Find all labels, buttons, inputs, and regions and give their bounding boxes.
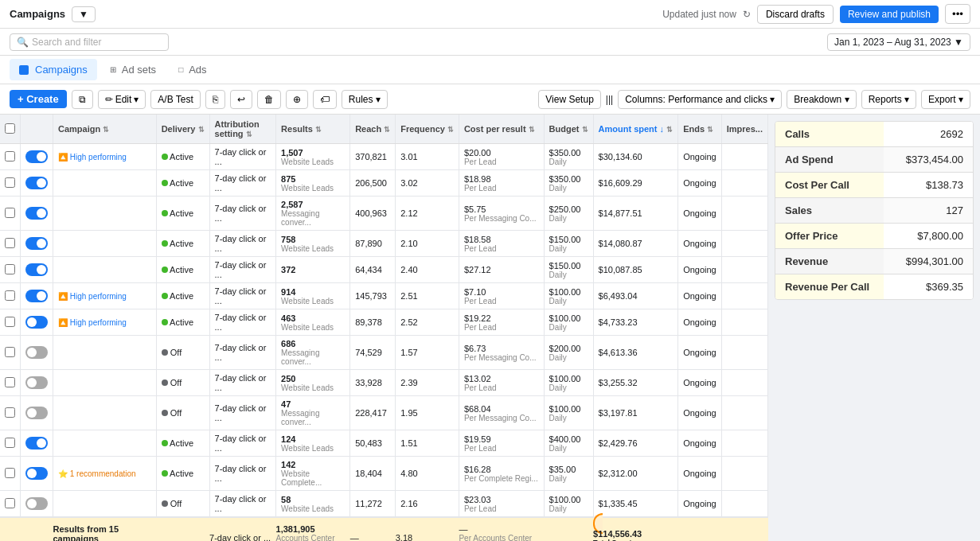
tab-campaigns[interactable]: Campaigns bbox=[10, 59, 97, 80]
columns-button[interactable]: Columns: Performance and clicks ▾ bbox=[618, 90, 782, 109]
rules-button[interactable]: Rules ▾ bbox=[342, 90, 388, 109]
discard-button[interactable]: Discard drafts bbox=[757, 5, 834, 24]
col-delivery-header[interactable]: Delivery ⇅ bbox=[156, 115, 209, 144]
delete-button[interactable]: 🗑 bbox=[257, 90, 281, 109]
col-campaign-header[interactable]: Campaign ⇅ bbox=[53, 115, 157, 144]
create-button[interactable]: + Create bbox=[10, 90, 67, 108]
status-dot bbox=[162, 319, 168, 325]
footer-spent: $114,556.43 Total Spent bbox=[593, 517, 678, 541]
row-checkbox[interactable] bbox=[0, 457, 21, 491]
row-checkbox[interactable] bbox=[0, 170, 21, 197]
stats-panel: Calls 2692 Ad Spend $373,454.00 Cost Per… bbox=[775, 121, 974, 300]
row-toggle[interactable] bbox=[21, 144, 53, 170]
refresh-icon[interactable]: ↻ bbox=[743, 9, 751, 20]
stats-label: Calls bbox=[775, 122, 884, 147]
row-toggle[interactable] bbox=[21, 457, 53, 491]
restore-button[interactable]: ⊕ bbox=[286, 90, 308, 109]
table-row: Active 7-day click or ... 124 Website Le… bbox=[0, 430, 768, 457]
col-results-header[interactable]: Results ⇅ bbox=[276, 115, 350, 144]
main-content: Campaign ⇅ Delivery ⇅ Attributionsetting… bbox=[0, 115, 980, 541]
ads-tab-icon: □ bbox=[178, 65, 183, 74]
row-toggle[interactable] bbox=[21, 430, 53, 457]
row-results: 914 Website Leads bbox=[276, 283, 350, 309]
copy-button[interactable]: ⎘ bbox=[205, 90, 225, 109]
ab-test-button[interactable]: A/B Test bbox=[150, 90, 200, 109]
row-reach: 74,529 bbox=[350, 336, 396, 370]
table-row: Off 7-day click or ... 686 Messaging con… bbox=[0, 336, 768, 370]
col-checkbox-header[interactable] bbox=[0, 115, 21, 144]
row-checkbox[interactable] bbox=[0, 283, 21, 309]
duplicate-button[interactable]: ⧉ bbox=[72, 90, 93, 109]
row-toggle[interactable] bbox=[21, 491, 53, 518]
row-budget: $100.00 Daily bbox=[544, 283, 593, 309]
edit-button[interactable]: ✏ Edit ▾ bbox=[98, 90, 146, 109]
view-setup-button[interactable]: View Setup bbox=[538, 90, 601, 109]
stats-table: Calls 2692 Ad Spend $373,454.00 Cost Per… bbox=[775, 122, 973, 299]
date-range-picker[interactable]: Jan 1, 2023 – Aug 31, 2023 ▼ bbox=[827, 33, 970, 51]
footer-campaigns-label: Results from 15 campaigns bbox=[53, 524, 157, 542]
row-checkbox[interactable] bbox=[0, 257, 21, 283]
row-checkbox[interactable] bbox=[0, 370, 21, 396]
row-checkbox[interactable] bbox=[0, 197, 21, 231]
col-cpr-header[interactable]: Cost per result ⇅ bbox=[459, 115, 544, 144]
row-frequency: 2.16 bbox=[396, 491, 459, 518]
row-budget: $200.00 Daily bbox=[544, 336, 593, 370]
row-impressions bbox=[721, 231, 767, 257]
reports-button[interactable]: Reports ▾ bbox=[861, 90, 916, 109]
recommendation-badge: ⭐ 1 recommendation bbox=[58, 469, 151, 478]
row-toggle[interactable] bbox=[21, 336, 53, 370]
tab-adsets[interactable]: ⊞ Ad sets bbox=[100, 59, 166, 80]
row-checkbox[interactable] bbox=[0, 144, 21, 170]
status-dot bbox=[162, 470, 168, 477]
row-checkbox[interactable] bbox=[0, 336, 21, 370]
row-ends: Ongoing bbox=[678, 336, 722, 370]
high-performing-badge: 🔼 High performing bbox=[58, 292, 151, 301]
row-attribution: 7-day click or ... bbox=[209, 144, 276, 170]
campaigns-dropdown[interactable]: ▼ bbox=[72, 6, 96, 22]
row-toggle[interactable] bbox=[21, 257, 53, 283]
row-toggle[interactable] bbox=[21, 231, 53, 257]
row-toggle[interactable] bbox=[21, 396, 53, 430]
row-toggle[interactable] bbox=[21, 309, 53, 336]
col-ends-header[interactable]: Ends ⇅ bbox=[678, 115, 722, 144]
col-frequency-header[interactable]: Frequency ⇅ bbox=[396, 115, 459, 144]
col-attribution-header[interactable]: Attributionsetting ⇅ bbox=[209, 115, 276, 144]
row-spent: $16,609.29 bbox=[593, 170, 678, 197]
col-spent-header[interactable]: Amount spent ↓ ⇅ bbox=[593, 115, 678, 144]
table-row: Active 7-day click or ... 875 Website Le… bbox=[0, 170, 768, 197]
row-toggle[interactable] bbox=[21, 283, 53, 309]
row-spent: $14,080.87 bbox=[593, 231, 678, 257]
row-ends: Ongoing bbox=[678, 491, 722, 518]
export-button[interactable]: Export ▾ bbox=[921, 90, 970, 109]
stats-value: $7,800.00 bbox=[884, 224, 973, 249]
row-checkbox[interactable] bbox=[0, 309, 21, 336]
tab-ads[interactable]: □ Ads bbox=[169, 59, 216, 80]
col-toggle-header bbox=[21, 115, 53, 144]
tag-button[interactable]: 🏷 bbox=[313, 90, 337, 109]
row-attribution: 7-day click or ... bbox=[209, 170, 276, 197]
breakdown-button[interactable]: Breakdown ▾ bbox=[787, 90, 856, 109]
col-reach-header[interactable]: Reach ⇅ bbox=[350, 115, 396, 144]
toolbar-right: View Setup ||| Columns: Performance and … bbox=[538, 90, 970, 109]
row-checkbox[interactable] bbox=[0, 231, 21, 257]
row-toggle[interactable] bbox=[21, 197, 53, 231]
dropdown-arrow: ▼ bbox=[79, 9, 88, 20]
row-reach: 145,793 bbox=[350, 283, 396, 309]
row-toggle[interactable] bbox=[21, 170, 53, 197]
select-all-checkbox[interactable] bbox=[5, 123, 15, 134]
col-budget-header[interactable]: Budget ⇅ bbox=[544, 115, 593, 144]
row-ends: Ongoing bbox=[678, 457, 722, 491]
row-checkbox[interactable] bbox=[0, 430, 21, 457]
review-button[interactable]: Review and publish bbox=[840, 6, 939, 23]
status-dot bbox=[162, 267, 168, 273]
row-toggle[interactable] bbox=[21, 370, 53, 396]
row-checkbox[interactable] bbox=[0, 396, 21, 430]
search-filter-input[interactable]: 🔍 Search and filter bbox=[10, 33, 169, 51]
more-button[interactable]: ••• bbox=[945, 4, 970, 24]
undo-button[interactable]: ↩ bbox=[230, 90, 252, 109]
row-attribution: 7-day click or ... bbox=[209, 457, 276, 491]
col-impressions-header[interactable]: Impres... bbox=[721, 115, 767, 144]
row-checkbox[interactable] bbox=[0, 491, 21, 518]
row-campaign: 🔼 High performing bbox=[53, 283, 157, 309]
row-attribution: 7-day click or ... bbox=[209, 336, 276, 370]
